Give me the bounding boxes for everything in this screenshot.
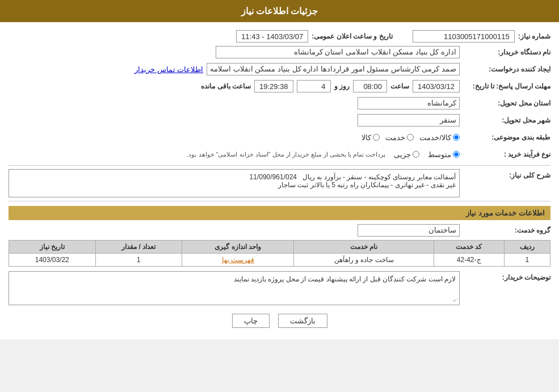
- process-motevaset-option[interactable]: متوسط: [428, 150, 460, 159]
- process-motevaset-label: متوسط: [428, 150, 451, 159]
- buyer-org-label: نام دستگاه خریدار:: [460, 48, 550, 56]
- top-info-row: شماره نیاز: 1103005171000115 تاریخ و ساع…: [9, 30, 550, 43]
- table-header-service-name: نام خدمت: [294, 241, 434, 254]
- category-kala-option[interactable]: کالا: [362, 133, 380, 142]
- footer-buttons: بازگشت چاپ: [9, 314, 550, 328]
- process-jozvi-label: جزیی: [394, 150, 411, 159]
- need-number-label: شماره نیاز:: [515, 32, 550, 40]
- print-button[interactable]: چاپ: [232, 314, 270, 328]
- cell-service-code: ج-42-42: [434, 254, 504, 267]
- announcement-date-value: 1403/03/07 - 11:43: [236, 30, 308, 43]
- deadline-remaining: 19:29:38: [254, 80, 293, 92]
- needs-desc-label: شرح کلی نیاز:: [460, 169, 550, 179]
- city-row: شهر محل تحویل: سنقر: [9, 113, 550, 128]
- contact-info: صمد کرمی کارشناس مسئول امور قراردادها اد…: [207, 63, 460, 75]
- table-row: 1 ج-42-42 ساخت جاده و راهآهن فهرست بها 1…: [9, 254, 550, 267]
- page-header: جزئیات اطلاعات نیاز: [0, 0, 559, 22]
- deadline-time: 08:00: [353, 80, 387, 92]
- category-radio-group: کالا/خدمت خدمت کالا: [362, 133, 460, 142]
- category-kala-label: کالا: [362, 133, 371, 142]
- back-button[interactable]: بازگشت: [278, 314, 327, 328]
- city-value: سنقر: [358, 114, 460, 127]
- deadline-date: 1403/03/12: [413, 80, 460, 92]
- cell-row-num: 1: [504, 254, 550, 267]
- service-group-row: گروه خدمت: ساختمان: [9, 223, 550, 238]
- page-title: جزئیات اطلاعات نیاز: [241, 6, 318, 16]
- process-jozvi-option[interactable]: جزیی: [394, 150, 419, 159]
- process-label: نوع فرآیند خرید :: [460, 150, 550, 158]
- category-label: طبقه بندی موضوعی:: [460, 133, 550, 141]
- creator-row: ایجاد کننده درخواست: صمد کرمی کارشناس مس…: [9, 62, 550, 77]
- category-kala-khadamat-label: کالا/خدمت: [419, 133, 451, 142]
- contact-link[interactable]: اطلاعات تماس خریدار: [135, 65, 203, 74]
- deadline-label: مهلت ارسال پاسخ: تا تاریخ:: [460, 82, 550, 90]
- table-header-quantity: تعداد / مقدار: [95, 241, 182, 254]
- service-group-label: گروه خدمت:: [460, 226, 550, 234]
- service-table: ردیف کد خدمت نام خدمت واحد اندازه گیری ت…: [9, 240, 550, 267]
- process-row: نوع فرآیند خرید : متوسط جزیی پرداخت تمام…: [9, 147, 550, 162]
- buyer-comments-value: لازم است شرکت کنندگان قبل از ارائه پیشنه…: [9, 271, 460, 305]
- table-header-service-code: کد خدمت: [434, 241, 504, 254]
- deadline-day-label: روز و: [334, 82, 350, 90]
- process-note: پرداخت تمام یا بخشی از مبلغ خریدار از مح…: [187, 151, 385, 158]
- deadline-remaining-label: ساعت باقی مانده: [201, 82, 251, 90]
- category-khadamat-option[interactable]: خدمت: [385, 133, 414, 142]
- buyer-comments-row: توضیحات خریدار: لازم است شرکت کنندگان قب…: [9, 271, 550, 305]
- table-header-date: تاریخ نیاز: [9, 241, 96, 254]
- city-label: شهر محل تحویل:: [460, 116, 550, 124]
- need-number-value: 1103005171000115: [413, 30, 515, 43]
- buyer-org-row: نام دستگاه خریدار: اداره کل بنیاد مسکن ا…: [9, 45, 550, 60]
- deadline-row: مهلت ارسال پاسخ: تا تاریخ: 1403/03/12 سا…: [9, 79, 550, 94]
- deadline-days: 4: [297, 80, 331, 92]
- buyer-comments-label: توضیحات خریدار:: [460, 271, 550, 281]
- cell-quantity: 1: [95, 254, 182, 267]
- table-header-unit: واحد اندازه گیری: [182, 241, 294, 254]
- cell-date: 1403/03/22: [9, 254, 96, 267]
- table-header-row-num: ردیف: [504, 241, 550, 254]
- announcement-label: تاریخ و ساعت اعلان عمومی:: [308, 32, 392, 40]
- category-kala-khadamat-option[interactable]: کالا/خدمت: [419, 133, 460, 142]
- cell-unit[interactable]: فهرست بها: [182, 254, 294, 267]
- creator-label: ایجاد کننده درخواست:: [460, 65, 550, 73]
- category-kala-radio[interactable]: [373, 134, 380, 141]
- province-label: استان محل تحویل:: [460, 99, 550, 107]
- province-row: استان محل تحویل: کرمانشاه: [9, 96, 550, 111]
- category-khadamat-radio[interactable]: [407, 134, 414, 141]
- deadline-time-label: ساعت: [390, 82, 409, 90]
- cell-service-name: ساخت جاده و راهآهن: [294, 254, 434, 267]
- category-row: طبقه بندی موضوعی: کالا/خدمت خدمت کالا: [9, 130, 550, 145]
- service-group-value: ساختمان: [358, 224, 460, 237]
- category-kala-khadamat-radio[interactable]: [453, 134, 460, 141]
- category-khadamat-label: خدمت: [385, 133, 405, 142]
- province-value: کرمانشاه: [358, 97, 460, 109]
- needs-desc-value: آسفالت معابر روستای کوچکینه - سنقر - برآ…: [9, 169, 460, 197]
- services-section-header: اطلاعات خدمات مورد نیاز: [9, 206, 550, 220]
- process-jozvi-radio[interactable]: [413, 151, 419, 158]
- process-motevaset-radio[interactable]: [453, 151, 460, 158]
- needs-desc-row: شرح کلی نیاز: آسفالت معابر روستای کوچکین…: [9, 169, 550, 197]
- buyer-org-value: اداره کل بنیاد مسکن انقلاب اسلامی استان …: [216, 46, 460, 58]
